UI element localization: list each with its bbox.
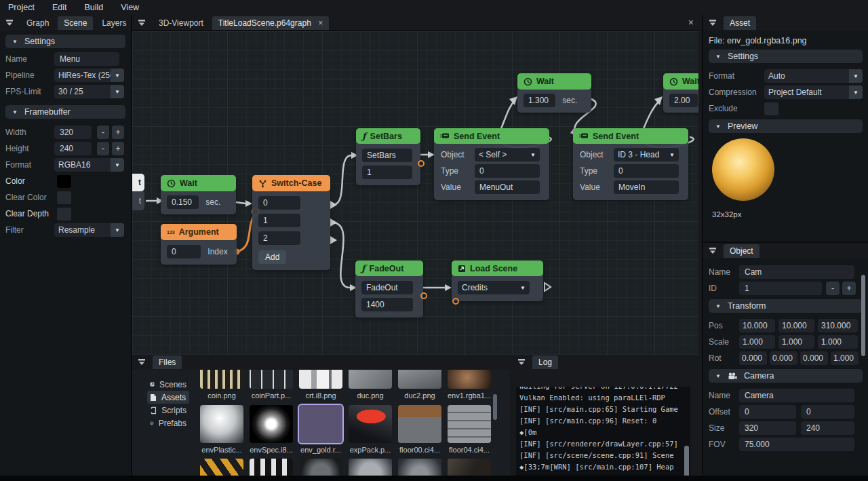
node-wait-clipped[interactable]: Wait 2.00 [663,73,698,113]
width-field[interactable]: 320 [54,126,92,139]
files-scrollbar[interactable] [493,394,497,420]
id-decrement-button[interactable]: - [826,282,840,295]
tab-files[interactable]: Files [153,355,182,369]
filter-dropdown[interactable]: Resample ▼ [54,223,124,237]
send-event-object-dropdown[interactable]: ID 3 - Head▼ [614,148,679,161]
asset-thumbnail[interactable] [448,459,491,476]
node-load-scene[interactable]: Load Scene Credits▼ [452,261,543,301]
rot-y-field[interactable]: 0.000 [770,351,797,365]
send-event-type-field[interactable]: 0 [614,164,679,178]
pos-z-field[interactable]: 310.000 [818,319,858,332]
wait-seconds-field[interactable]: 2.00 [669,94,698,107]
asset-exclude-checkbox[interactable] [764,102,778,115]
sidebar-item-prefabs[interactable]: Prefabs [147,417,189,429]
send-event-value-field[interactable]: MoveIn [614,180,679,194]
id-increment-button[interactable]: + [842,282,856,295]
tab-scene[interactable]: Scene [58,16,93,30]
filter-icon[interactable] [138,359,146,366]
log-output[interactable]: Waiting for server on 127.0.0.1:17722 Vu… [516,387,690,476]
node-argument[interactable]: 123 Argument 0 Index [161,224,237,265]
asset-thumbnail-selected[interactable] [299,405,342,443]
setbars-output-port[interactable] [418,160,425,167]
graph-canvas[interactable]: t t Wait 0.150 sec. Switch-Case [132,31,698,355]
scale-z-field[interactable]: 1.000 [818,335,858,349]
sidebar-item-assets[interactable]: Assets [147,391,189,404]
filter-icon[interactable] [709,20,717,26]
asset-thumbnail[interactable] [398,405,441,443]
filter-icon[interactable] [517,359,526,366]
asset-compression-dropdown[interactable]: Project Default ▼ [764,85,863,99]
tab-titleloadscene[interactable]: TitleLoadScene.p64graph × [212,16,329,30]
scale-y-field[interactable]: 1.000 [778,335,814,349]
width-decrement-button[interactable]: - [97,126,109,139]
node-wait-1300[interactable]: Wait 1.300 sec. [517,73,591,113]
argument-index-field[interactable]: 0 [167,245,201,258]
send-event-object-dropdown[interactable]: < Self >▼ [475,148,540,161]
wait-seconds-field[interactable]: 0.150 [167,195,199,209]
inspector-scrollbar[interactable] [861,275,865,356]
asset-thumbnail[interactable] [448,370,491,389]
tab-layers[interactable]: Layers [96,16,132,30]
asset-thumbnail[interactable] [349,405,392,443]
menu-view[interactable]: View [121,3,139,12]
send-event-type-field[interactable]: 0 [475,164,540,178]
log-scrollbar[interactable] [684,446,689,476]
switch-case-0-field[interactable]: 0 [258,196,300,210]
object-id-field[interactable]: 1 [739,282,822,295]
menu-edit[interactable]: Edit [52,3,67,12]
node-clipped[interactable]: t t [132,174,144,210]
asset-thumbnail[interactable] [299,459,342,476]
menu-project[interactable]: Project [8,3,35,12]
camera-section-header[interactable]: ▼ Camera [709,369,863,383]
setbars-arg-field[interactable]: 1 [362,166,412,179]
height-increment-button[interactable]: + [112,142,124,155]
height-field[interactable]: 240 [54,142,92,155]
color-swatch[interactable] [57,175,71,188]
scale-x-field[interactable]: 1.000 [739,335,775,349]
height-decrement-button[interactable]: - [97,142,109,155]
node-send-event-2[interactable]: Send Event Object ID 3 - Head▼ Type 0 V [573,128,688,200]
tab-log[interactable]: Log [532,355,558,369]
asset-thumbnail[interactable] [349,459,392,476]
pos-x-field[interactable]: 10.000 [739,319,775,332]
close-tab-icon[interactable]: × [318,18,323,28]
offset-y-field[interactable]: 0 [801,405,854,419]
fadeout-output-port[interactable] [420,292,427,299]
settings-section-header[interactable]: ▼ Settings [5,35,125,48]
asset-settings-header[interactable]: ▼ Settings [709,50,863,63]
wait-seconds-field[interactable]: 1.300 [524,94,555,107]
node-setbars[interactable]: ƒ SetBars SetBars 1 [356,128,420,185]
asset-thumbnail[interactable] [398,459,441,476]
switch-case-2-field[interactable]: 2 [258,231,300,245]
switch-case-1-field[interactable]: 1 [258,214,300,227]
asset-thumbnail[interactable] [250,405,293,443]
node-send-event-1[interactable]: Send Event Object < Self >▼ Type 0 Valu [434,128,549,200]
asset-format-dropdown[interactable]: Auto ▼ [764,69,863,83]
tab-graph[interactable]: Graph [20,16,55,30]
asset-thumbnail[interactable] [398,370,441,389]
scene-name-field[interactable]: Menu [54,52,119,66]
asset-thumbnail[interactable] [349,370,392,389]
rot-x-field[interactable]: 0.000 [739,351,767,365]
asset-thumbnail[interactable] [200,405,243,443]
sidebar-item-scenes[interactable]: Scenes [147,378,189,391]
size-height-field[interactable]: 240 [801,421,854,435]
fadeout-function-field[interactable]: FadeOut [361,281,413,294]
filter-icon[interactable] [138,20,146,26]
sidebar-item-scripts[interactable]: Scripts [147,404,189,417]
asset-preview-header[interactable]: ▼ Preview [709,119,863,133]
asset-thumbnail[interactable] [250,370,293,389]
filter-icon[interactable] [709,248,717,254]
load-scene-port[interactable] [452,298,459,305]
rot-w-field[interactable]: 1.000 [831,351,859,365]
rot-z-field[interactable]: 0.000 [800,351,828,365]
fadeout-arg-field[interactable]: 1400 [361,298,413,311]
pipeline-dropdown[interactable]: HiRes-Tex (256 ▼ [54,69,124,82]
fov-field[interactable]: 75.000 [739,438,854,451]
switch-add-case-button[interactable]: Add [258,250,286,264]
asset-thumbnail[interactable] [250,459,293,476]
setbars-function-field[interactable]: SetBars [362,149,412,162]
asset-thumbnail[interactable] [448,405,491,443]
asset-thumbnail[interactable] [200,459,243,476]
send-event-value-field[interactable]: MenuOut [475,180,540,194]
